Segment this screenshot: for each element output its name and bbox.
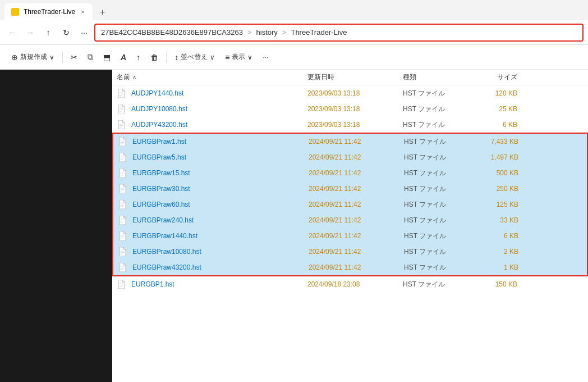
list-item[interactable]: EURGBPraw43200.hst 2024/09/21 11:42 HST … (113, 260, 587, 275)
address-part3: ThreeTrader-Live (291, 28, 347, 37)
file-date: 2024/09/18 23:08 (307, 280, 403, 288)
list-item[interactable]: EURGBPraw1.hst 2024/09/21 11:42 HST ファイル… (113, 134, 587, 149)
file-date: 2024/09/21 11:42 (309, 138, 404, 145)
tab-close-btn[interactable]: × (80, 7, 85, 16)
file-date: 2024/09/21 11:42 (309, 201, 404, 208)
paste-btn[interactable]: ⬒ (99, 51, 115, 64)
file-date: 2024/09/21 11:42 (309, 169, 404, 177)
file-name: EURGBPraw60.hst (132, 201, 309, 208)
col-size-header[interactable]: サイズ (470, 72, 526, 82)
file-type: HST ファイル (404, 153, 471, 162)
view-label: 表示 (232, 52, 245, 62)
paste-icon: ⬒ (103, 53, 111, 62)
list-item[interactable]: EURGBPraw240.hst 2024/09/21 11:42 HST ファ… (113, 212, 587, 228)
left-panel (0, 70, 112, 382)
delete-icon: 🗑 (150, 53, 158, 62)
file-doc-icon (117, 89, 126, 98)
file-name: EURGBPraw1.hst (132, 138, 309, 145)
list-item[interactable]: AUDJPY10080.hst 2023/09/03 13:18 HST ファイ… (112, 101, 588, 117)
share-btn[interactable]: ↑ (132, 51, 145, 64)
file-doc-icon (118, 137, 127, 146)
file-date: 2024/09/21 11:42 (309, 263, 404, 271)
list-item[interactable]: EURGBPraw10080.hst 2024/09/21 11:42 HST … (113, 244, 587, 260)
file-name: EURGBPraw240.hst (132, 216, 309, 224)
col-type-header[interactable]: 種類 (403, 72, 470, 82)
file-name: EURGBPraw43200.hst (132, 263, 309, 271)
more-nav-btn[interactable]: ··· (76, 25, 92, 40)
cut-btn[interactable]: ✂ (66, 51, 82, 64)
sort-chevron: ∨ (210, 53, 215, 61)
refresh-btn[interactable]: ↻ (58, 25, 74, 40)
list-item[interactable]: EURGBPraw15.hst 2024/09/21 11:42 HST ファイ… (113, 165, 587, 181)
toolbar: ⊕ 新規作成 ∨ ✂ ⧉ ⬒ A ↑ 🗑 ↕ 並べ替え ∨ ≡ 表示 ∨ ··· (0, 45, 588, 70)
file-doc-icon (118, 200, 127, 209)
back-btn[interactable]: ← (4, 25, 20, 40)
file-type: HST ファイル (403, 104, 470, 114)
main-content: 名前 ∧ 更新日時 種類 サイズ AUDJPY1440.hst 2023/09/… (0, 70, 588, 382)
file-name: EURGBP1.hst (131, 280, 307, 288)
file-size: 6 KB (470, 121, 526, 129)
up-btn[interactable]: ↑ (40, 25, 56, 40)
rename-btn[interactable]: A (116, 51, 131, 64)
new-btn[interactable]: ⊕ 新規作成 ∨ (7, 50, 59, 64)
file-name: AUDJPY10080.hst (131, 105, 307, 113)
new-tab-btn[interactable]: + (95, 4, 111, 20)
address-bar-row: ← → ↑ ↻ ··· 27BE42CC4BB8BE48D2636E897BCA… (0, 20, 588, 45)
list-item[interactable]: EURGBPraw1440.hst 2024/09/21 11:42 HST フ… (113, 228, 587, 244)
file-date: 2024/09/21 11:42 (309, 153, 404, 161)
file-date: 2023/09/03 13:18 (307, 105, 403, 113)
view-chevron: ∨ (247, 53, 252, 61)
file-size: 500 KB (471, 169, 527, 177)
new-icon: ⊕ (11, 53, 18, 62)
file-type: HST ファイル (403, 120, 470, 130)
tab-label: ThreeTrader-Live (24, 8, 75, 16)
file-type: HST ファイル (404, 184, 471, 194)
file-size: 150 KB (470, 280, 526, 288)
file-name: AUDJPY43200.hst (131, 121, 307, 129)
list-item[interactable]: EURGBP1.hst 2024/09/18 23:08 HST ファイル 15… (112, 276, 588, 292)
tab-area: ThreeTrader-Live × + (4, 0, 111, 20)
file-list: 名前 ∧ 更新日時 種類 サイズ AUDJPY1440.hst 2023/09/… (112, 70, 588, 382)
file-date: 2023/09/03 13:18 (307, 121, 403, 129)
view-icon: ≡ (225, 53, 229, 62)
col-name-header[interactable]: 名前 ∧ (117, 72, 307, 82)
file-date: 2024/09/21 11:42 (309, 232, 404, 240)
copy-btn[interactable]: ⧉ (83, 50, 98, 64)
file-date: 2024/09/21 11:42 (309, 185, 404, 193)
view-btn[interactable]: ≡ 表示 ∨ (220, 50, 257, 64)
more-toolbar-btn[interactable]: ··· (258, 51, 273, 63)
address-sep1: > (247, 28, 252, 37)
col-date-header[interactable]: 更新日時 (307, 72, 403, 82)
list-item[interactable]: AUDJPY43200.hst 2023/09/03 13:18 HST ファイ… (112, 117, 588, 133)
rename-icon: A (121, 53, 126, 62)
file-type: HST ファイル (404, 137, 471, 147)
file-doc-icon (117, 280, 126, 289)
delete-btn[interactable]: 🗑 (146, 51, 163, 64)
file-type: HST ファイル (403, 280, 470, 289)
file-type: HST ファイル (404, 231, 471, 241)
file-size: 1 KB (471, 263, 527, 271)
copy-icon: ⧉ (88, 52, 93, 62)
file-doc-icon (117, 120, 126, 129)
list-item[interactable]: EURGBPraw5.hst 2024/09/21 11:42 HST ファイル… (113, 149, 587, 165)
file-date: 2023/09/03 13:18 (307, 89, 403, 97)
active-tab[interactable]: ThreeTrader-Live × (4, 3, 93, 20)
folder-icon (11, 8, 19, 16)
new-chevron: ∨ (49, 53, 54, 61)
list-item[interactable]: AUDJPY1440.hst 2023/09/03 13:18 HST ファイル… (112, 85, 588, 101)
file-size: 7,433 KB (471, 138, 527, 145)
file-type: HST ファイル (404, 247, 471, 257)
forward-btn[interactable]: → (22, 25, 38, 40)
address-box[interactable]: 27BE42CC4BB8BE48D2636E897BCA3263 > histo… (94, 24, 584, 42)
cut-icon: ✂ (71, 53, 77, 62)
file-doc-icon (118, 169, 127, 178)
sort-icon: ↕ (174, 53, 178, 62)
list-item[interactable]: EURGBPraw30.hst 2024/09/21 11:42 HST ファイ… (113, 181, 587, 197)
file-doc-icon (118, 184, 127, 193)
new-label: 新規作成 (20, 52, 47, 62)
list-item[interactable]: EURGBPraw60.hst 2024/09/21 11:42 HST ファイ… (113, 197, 587, 212)
file-doc-icon (118, 153, 127, 162)
sort-btn[interactable]: ↕ 並べ替え ∨ (170, 50, 219, 64)
file-type: HST ファイル (403, 89, 470, 98)
file-size: 1,497 KB (471, 153, 527, 161)
